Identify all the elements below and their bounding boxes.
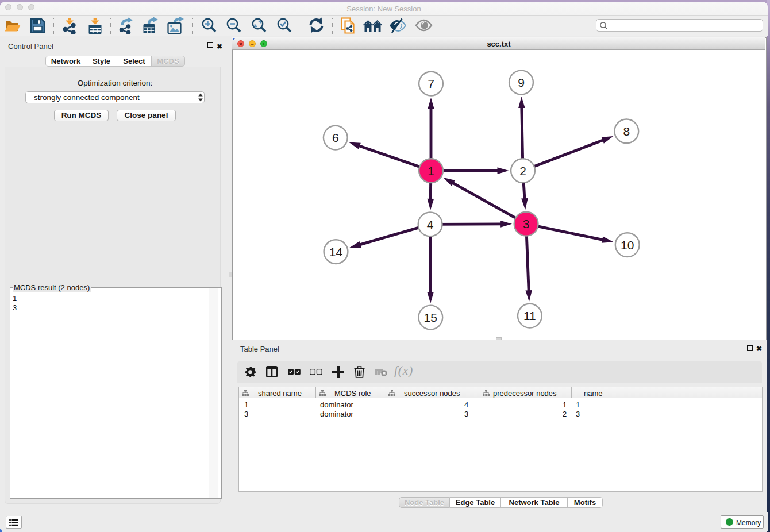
svg-text:6: 6 — [332, 131, 339, 144]
svg-text:8: 8 — [623, 125, 630, 138]
svg-text:7: 7 — [428, 77, 434, 90]
svg-text:11: 11 — [523, 309, 536, 322]
svg-text:4: 4 — [427, 218, 434, 231]
svg-text:9: 9 — [518, 76, 525, 89]
svg-text:15: 15 — [424, 311, 437, 324]
svg-text:2: 2 — [519, 164, 526, 178]
svg-text:1: 1 — [428, 164, 434, 178]
svg-text:14: 14 — [329, 245, 343, 259]
svg-text:10: 10 — [621, 238, 634, 252]
svg-text:3: 3 — [523, 217, 530, 230]
